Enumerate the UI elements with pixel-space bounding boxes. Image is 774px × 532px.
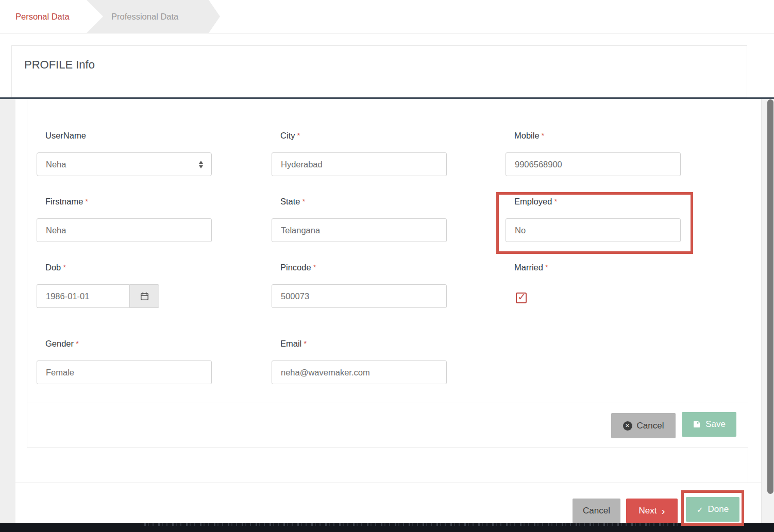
employed-label: Employed* — [514, 197, 681, 207]
required-asterisk: * — [545, 263, 548, 271]
email-label: Email* — [280, 339, 447, 349]
wizard-next-label: Next — [639, 506, 657, 516]
field-pincode: Pincode* — [272, 263, 447, 308]
required-asterisk: * — [76, 339, 79, 348]
wizard-done-button[interactable]: ✓ Done — [686, 497, 739, 522]
state-label: State* — [280, 197, 447, 207]
field-married: Married* ✓ — [506, 263, 548, 303]
field-city: City* — [272, 131, 447, 176]
username-select[interactable]: Neha — [37, 152, 212, 176]
page-footer-divider — [15, 483, 761, 483]
profile-info-card: PROFILE Info — [11, 45, 747, 97]
clipped-text-artifacts — [144, 523, 737, 526]
required-asterisk: * — [297, 131, 300, 140]
page-title: PROFILE Info — [24, 58, 747, 72]
field-email: Email* — [272, 339, 447, 384]
field-dob: Dob* — [37, 263, 159, 308]
wizard-done-label: Done — [708, 504, 729, 514]
required-asterisk: * — [304, 339, 307, 348]
username-value: Neha — [46, 160, 66, 169]
mobile-input[interactable] — [506, 152, 681, 176]
wizard-cancel-button[interactable]: Cancel — [573, 499, 620, 523]
profile-wizard-screen: Personal Data Professional Data PROFILE … — [0, 0, 774, 532]
done-check-icon: ✓ — [697, 506, 703, 513]
checkmark-icon: ✓ — [518, 292, 526, 302]
username-label: UserName — [45, 131, 212, 141]
form-save-label: Save — [705, 419, 726, 430]
married-label: Married* — [514, 263, 548, 273]
select-caret-icon — [199, 161, 203, 168]
pincode-input[interactable] — [272, 284, 447, 308]
field-gender: Gender* — [37, 339, 212, 384]
chevron-right-icon: › — [661, 505, 665, 516]
field-username: UserName Neha — [37, 131, 212, 176]
field-employed: Employed* — [506, 197, 681, 242]
cancel-circle-x-icon: ✕ — [623, 421, 632, 431]
city-input[interactable] — [272, 152, 447, 176]
required-asterisk: * — [554, 197, 557, 205]
dob-input-group — [37, 284, 159, 308]
required-asterisk: * — [63, 263, 66, 271]
save-floppy-icon — [693, 420, 701, 428]
required-asterisk: * — [542, 131, 545, 140]
required-asterisk: * — [302, 197, 306, 205]
married-checkbox[interactable]: ✓ — [516, 293, 527, 303]
wizard-step-bar: Personal Data Professional Data — [0, 0, 774, 33]
wizard-next-button[interactable]: Next › — [626, 499, 678, 523]
email-input[interactable] — [272, 361, 447, 384]
form-cancel-label: Cancel — [637, 421, 664, 431]
left-page-gutter — [0, 99, 15, 523]
field-state: State* — [272, 197, 447, 242]
scrollbar-thumb[interactable] — [767, 99, 773, 494]
bottom-terminal-bar — [0, 523, 774, 532]
city-label: City* — [280, 131, 447, 141]
firstname-input[interactable] — [37, 218, 212, 242]
wizard-cancel-label: Cancel — [583, 506, 610, 516]
field-mobile: Mobile* — [506, 131, 681, 176]
panel-footer-divider — [27, 403, 748, 403]
calendar-icon — [140, 291, 149, 301]
tab-personal-data[interactable]: Personal Data — [15, 0, 70, 33]
datepicker-button[interactable] — [129, 284, 159, 308]
required-asterisk: * — [313, 263, 316, 271]
form-cancel-button[interactable]: ✕ Cancel — [611, 413, 676, 438]
mobile-label: Mobile* — [514, 131, 681, 141]
required-asterisk: * — [85, 197, 88, 205]
tab-professional-data[interactable]: Professional Data — [87, 0, 220, 33]
gender-input[interactable] — [37, 361, 212, 384]
form-save-button[interactable]: Save — [682, 412, 736, 437]
employed-input[interactable] — [506, 218, 681, 242]
field-firstname: Firstname* — [37, 197, 212, 242]
gender-label: Gender* — [45, 339, 212, 349]
state-input[interactable] — [272, 218, 447, 242]
firstname-label: Firstname* — [45, 197, 212, 207]
pincode-label: Pincode* — [280, 263, 447, 273]
dob-label: Dob* — [45, 263, 159, 273]
dob-input[interactable] — [37, 284, 129, 308]
